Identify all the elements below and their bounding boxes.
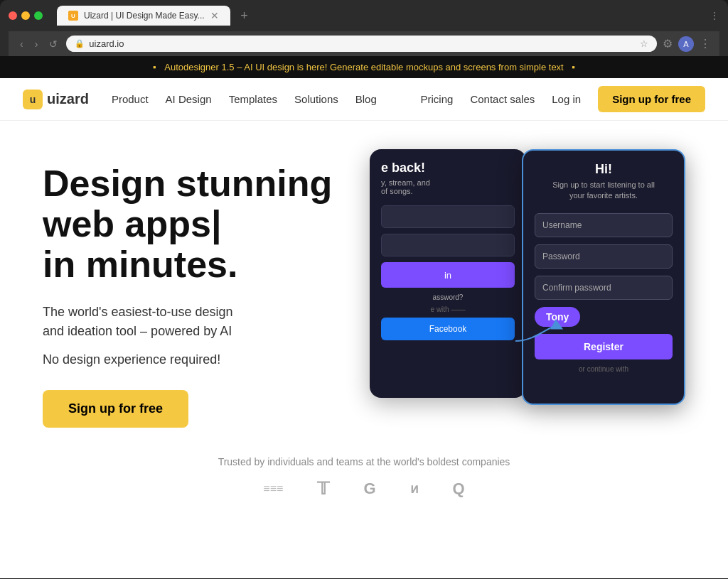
tab-bar: U Uizard | UI Design Made Easy... ✕ +	[57, 6, 704, 26]
hero-left: Design stunning web apps| in minutes. Th…	[43, 149, 341, 428]
url-text: uizard.io	[89, 38, 124, 49]
announcement-icon-left: ▪	[153, 62, 156, 72]
mockup-password-field: Password	[535, 244, 673, 269]
nav-contact[interactable]: Contact sales	[470, 93, 535, 105]
mockup-back-facebook: Facebook	[381, 318, 515, 340]
hero-signup-button[interactable]: Sign up for free	[43, 390, 188, 428]
tab-title: Uizard | UI Design Made Easy...	[84, 11, 205, 21]
navbar: u uizard Product AI Design Templates Sol…	[0, 78, 728, 121]
announcement-icon-right: ▪	[572, 62, 575, 72]
page-content: ▪ Autodesigner 1.5 – AI UI design is her…	[0, 56, 728, 578]
mockup-back-subtitle: y, stream, andof songs.	[381, 178, 515, 195]
announcement-bar: ▪ Autodesigner 1.5 – AI UI design is her…	[0, 56, 728, 78]
trusted-logo-2: 𝕋	[317, 479, 329, 499]
connection-arrow	[508, 313, 565, 348]
menu-icon[interactable]: ⋮	[700, 37, 711, 50]
logo-icon: u	[23, 90, 43, 109]
active-tab[interactable]: U Uizard | UI Design Made Easy... ✕	[57, 6, 230, 26]
close-button[interactable]	[9, 11, 17, 20]
mockup-container: e back! y, stream, andof songs. in asswo…	[370, 149, 685, 419]
profile-icon[interactable]: A	[678, 36, 694, 52]
mockup-username-field: Username	[535, 213, 673, 237]
maximize-button[interactable]	[34, 11, 43, 20]
toolbar-icons: ⚙ A ⋮	[663, 36, 711, 52]
nav-links: Product AI Design Templates Solutions Bl…	[112, 93, 377, 105]
trusted-logo-5: Q	[453, 480, 465, 498]
hero-subtitle: The world's easiest-to-use designand ide…	[43, 303, 341, 341]
hero-right: e back! y, stream, andof songs. in asswo…	[370, 149, 685, 419]
chrome-options[interactable]: ⋮	[710, 10, 719, 21]
mockup-back-input1	[381, 205, 515, 228]
login-button[interactable]: Log in	[552, 93, 581, 105]
url-input[interactable]: 🔒 uizard.io ☆	[66, 36, 657, 52]
nav-blog[interactable]: Blog	[355, 93, 377, 105]
announcement-text: Autodesigner 1.5 – AI UI design is here!…	[164, 62, 563, 72]
nav-solutions[interactable]: Solutions	[294, 93, 338, 105]
mockup-back-screen: e back! y, stream, andof songs. in asswo…	[370, 149, 526, 398]
browser-chrome: U Uizard | UI Design Made Easy... ✕ + ⋮ …	[0, 0, 728, 56]
mockup-back-btn: in	[381, 262, 515, 288]
trusted-logos: ≡≡≡ 𝕋 G ᴎ Q	[43, 479, 685, 499]
signup-button[interactable]: Sign up for free	[598, 86, 705, 112]
hero-section: Design stunning web apps| in minutes. Th…	[0, 121, 728, 442]
extensions-icon[interactable]: ⚙	[663, 37, 673, 50]
tab-favicon: U	[68, 11, 78, 21]
trusted-logo-4: ᴎ	[410, 481, 419, 497]
trusted-logo-3: G	[363, 480, 375, 498]
bookmark-icon[interactable]: ☆	[640, 38, 648, 49]
nav-templates[interactable]: Templates	[229, 93, 277, 105]
nav-ai-design[interactable]: AI Design	[166, 93, 212, 105]
lock-icon: 🔒	[75, 39, 85, 48]
trusted-logo-1: ≡≡≡	[263, 482, 283, 495]
new-tab-button[interactable]: +	[236, 7, 253, 24]
hero-title-line3: in minutes.	[43, 244, 237, 285]
mockup-front-subtitle: Sign up to start listening to allyour fa…	[535, 180, 673, 202]
minimize-button[interactable]	[21, 11, 30, 20]
trusted-section: Trusted by individuals and teams at the …	[0, 442, 728, 513]
mockup-or-text: or continue with	[535, 365, 673, 373]
reload-button[interactable]: ↺	[46, 37, 60, 51]
hero-title: Design stunning web apps| in minutes.	[43, 163, 341, 286]
back-button[interactable]: ‹	[17, 37, 26, 51]
hero-title-line2: web apps	[43, 203, 211, 244]
mockup-confirm-field: Confirm password	[535, 276, 673, 300]
nav-product[interactable]: Product	[112, 93, 149, 105]
logo[interactable]: u uizard	[23, 90, 89, 109]
logo-text: uizard	[47, 91, 89, 107]
mockup-back-title: e back!	[381, 161, 515, 175]
mockup-front-screen: Hi! Sign up to start listening to allyou…	[522, 149, 685, 405]
address-bar: ‹ › ↺ 🔒 uizard.io ☆ ⚙ A ⋮	[9, 31, 719, 56]
forward-button[interactable]: ›	[32, 37, 41, 51]
mockup-back-input2	[381, 234, 515, 256]
hero-title-line1: Design stunning	[43, 163, 332, 204]
mockup-back-or: e with ——	[381, 305, 515, 313]
traffic-lights	[9, 11, 43, 20]
mockup-front-title: Hi!	[535, 162, 673, 177]
hero-note: No design experience required!	[43, 352, 341, 367]
nav-right: Pricing Contact sales Log in Sign up for…	[421, 86, 705, 112]
trusted-text: Trusted by individuals and teams at the …	[43, 456, 685, 467]
nav-pricing[interactable]: Pricing	[421, 93, 454, 105]
tab-close-icon[interactable]: ✕	[210, 10, 219, 21]
mockup-back-forgot: assword?	[381, 293, 515, 301]
